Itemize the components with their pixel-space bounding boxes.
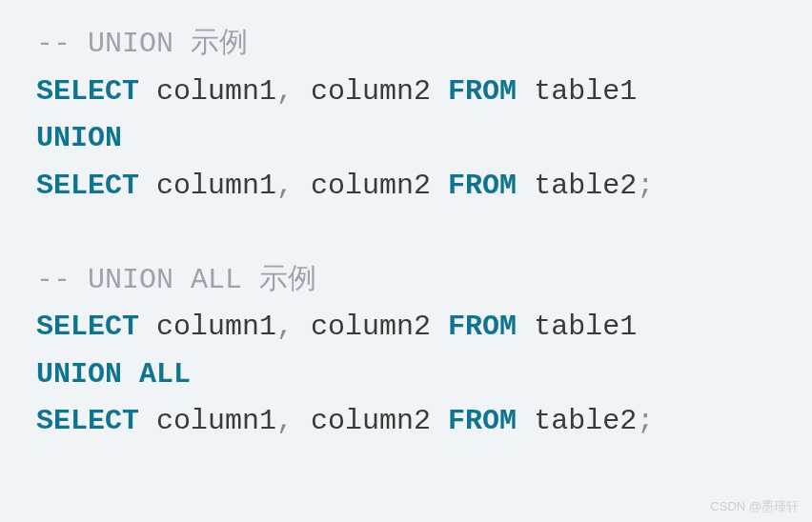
keyword-union: UNION <box>36 122 122 154</box>
table-name: table1 <box>517 311 637 343</box>
comma: , <box>276 311 294 343</box>
code-line-6: -- UNION ALL 示例 <box>36 257 776 305</box>
semicolon: ; <box>637 170 654 202</box>
table-name: table1 <box>517 75 637 108</box>
keyword-from: FROM <box>448 75 517 108</box>
code-block: -- UNION 示例 SELECT column1, column2 FROM… <box>36 21 776 446</box>
comment-prefix: -- <box>36 264 88 296</box>
keyword-select: SELECT <box>36 170 139 202</box>
column-name: column1 <box>139 170 276 202</box>
keyword-from: FROM <box>448 170 517 202</box>
watermark-text: CSDN @墨瑾轩 <box>710 496 799 516</box>
keyword-select: SELECT <box>36 405 139 437</box>
column-name: column1 <box>139 405 276 437</box>
comment-text: UNION 示例 <box>88 28 248 60</box>
comma: , <box>276 405 294 437</box>
keyword-union-all: UNION ALL <box>36 358 191 391</box>
comma: , <box>276 75 294 108</box>
comma: , <box>276 170 294 202</box>
column-name: column1 <box>139 311 276 343</box>
comment-prefix: -- <box>36 28 88 60</box>
code-line-2: SELECT column1, column2 FROM table1 <box>36 69 776 116</box>
column-name: column1 <box>139 75 276 108</box>
keyword-select: SELECT <box>36 75 139 108</box>
comment-text: UNION ALL 示例 <box>88 264 316 296</box>
keyword-select: SELECT <box>36 311 139 343</box>
column-name: column2 <box>294 311 448 343</box>
code-line-4: SELECT column1, column2 FROM table2; <box>36 163 776 211</box>
column-name: column2 <box>294 170 448 202</box>
code-line-9: SELECT column1, column2 FROM table2; <box>36 398 776 446</box>
blank-line <box>36 210 776 257</box>
semicolon: ; <box>637 405 654 437</box>
code-line-1: -- UNION 示例 <box>36 21 776 69</box>
keyword-from: FROM <box>448 405 517 437</box>
code-line-7: SELECT column1, column2 FROM table1 <box>36 304 776 351</box>
keyword-from: FROM <box>448 311 517 343</box>
table-name: table2 <box>517 405 637 437</box>
column-name: column2 <box>294 75 448 108</box>
code-line-8: UNION ALL <box>36 351 776 399</box>
code-line-3: UNION <box>36 115 776 163</box>
table-name: table2 <box>517 170 637 202</box>
column-name: column2 <box>294 405 448 437</box>
